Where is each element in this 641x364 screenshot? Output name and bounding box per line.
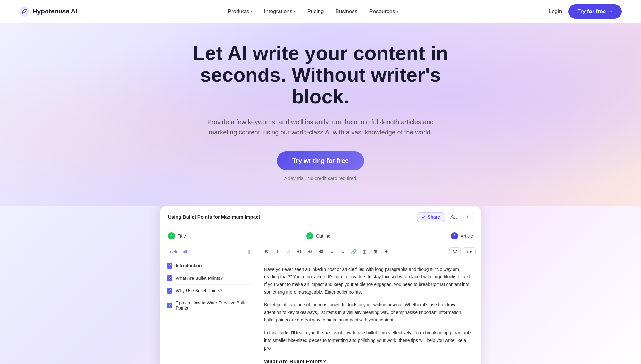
quote-button[interactable]: ◎ bbox=[360, 247, 369, 256]
logo-icon bbox=[19, 6, 29, 17]
toolbar-left: B I U H1 H2 H3 ≡ ≡ 🔗 ◎ ⊞ ✦ bbox=[262, 247, 391, 256]
editor-paragraph-2: Bullet points are one of the most powerf… bbox=[264, 301, 473, 324]
add-button[interactable]: + bbox=[462, 212, 473, 222]
chevron-down-icon: ▾ bbox=[396, 9, 398, 14]
step-done-icon: ✓ bbox=[168, 232, 175, 239]
svg-point-0 bbox=[19, 6, 29, 17]
nav-products[interactable]: Products ▾ bbox=[228, 8, 252, 15]
upload-icon: ↑ bbox=[467, 249, 469, 254]
logo-area[interactable]: Hypotenuse AI bbox=[19, 6, 77, 17]
app-header: Using Bullet Points for Maximum Impact ←… bbox=[160, 206, 481, 228]
expand-icon[interactable]: ⇅ bbox=[247, 249, 251, 255]
upload-button[interactable]: ↑ ▾ bbox=[463, 247, 476, 255]
special-button[interactable]: ✦ bbox=[381, 247, 391, 256]
brand-name: Hypotenuse AI bbox=[33, 8, 77, 15]
list-button[interactable]: ≡ bbox=[327, 247, 337, 256]
try-writing-button[interactable]: Try writing for free bbox=[277, 151, 364, 170]
share-icon: ⤢ bbox=[422, 214, 426, 220]
hero-subtitle: Provide a few keywords, and we'll instan… bbox=[196, 117, 445, 137]
link-button[interactable]: 🔗 bbox=[349, 247, 358, 256]
outline-item-introduction: ✓ Introduction bbox=[165, 260, 251, 272]
hero-title: Let AI write your content in seconds. Wi… bbox=[176, 42, 465, 108]
share-button[interactable]: ⤢ Share bbox=[417, 212, 445, 222]
hero-section: Let AI write your content in seconds. Wi… bbox=[0, 23, 641, 206]
step-line-1 bbox=[190, 236, 303, 236]
checkbox-why-use[interactable]: ✓ bbox=[167, 288, 172, 294]
editor-paragraph-1: Have you ever seen a LinkedIn post or ar… bbox=[264, 266, 473, 296]
step-article[interactable]: 3 Article bbox=[451, 232, 473, 239]
unselect-all-button[interactable]: Unselect all bbox=[165, 249, 187, 254]
left-panel: Unselect all ⇅ ✓ Introduction ✓ What Are… bbox=[160, 244, 256, 364]
right-panel: B I U H1 H2 H3 ≡ ≡ 🔗 ◎ ⊞ ✦ bbox=[256, 244, 481, 364]
nav-business[interactable]: Business bbox=[335, 8, 357, 15]
editor-heading: What Are Bullet Points? bbox=[264, 357, 473, 364]
hero-content: Let AI write your content in seconds. Wi… bbox=[176, 42, 465, 181]
checkbox-tips[interactable]: ✓ bbox=[167, 303, 172, 308]
bold-button[interactable]: B bbox=[262, 247, 271, 256]
nav-links: Products ▾ Integrations ▾ Pricing Busine… bbox=[228, 8, 398, 15]
outline-item-what-are: ✓ What Are Bullet Points? bbox=[165, 272, 251, 285]
step-title[interactable]: ✓ Title bbox=[168, 232, 186, 239]
h1-button[interactable]: H1 bbox=[294, 247, 304, 256]
editor-paragraph-3: In this guide, I'll teach you the basics… bbox=[264, 329, 473, 352]
outline-item-why-use: ✓ Why Use Bullet Points? bbox=[165, 285, 251, 297]
toolbar-right: 🛡 ↑ ▾ bbox=[449, 247, 476, 255]
outline-label-introduction: Introduction bbox=[176, 263, 202, 268]
app-preview-wrapper: Using Bullet Points for Maximum Impact ←… bbox=[0, 206, 641, 364]
login-button[interactable]: Login bbox=[549, 8, 562, 15]
chevron-down-icon: ▾ bbox=[251, 9, 253, 14]
outline-label-tips: Tips on How to Write Effective Bullet Po… bbox=[176, 300, 250, 311]
trial-note: 7-day trial. No credit card required. bbox=[176, 175, 465, 181]
outline-item-tips: ✓ Tips on How to Write Effective Bullet … bbox=[165, 297, 251, 314]
step-done-icon: ✓ bbox=[306, 232, 313, 239]
outline-label-why-use: Why Use Bullet Points? bbox=[176, 288, 222, 293]
step-line-2 bbox=[334, 236, 447, 236]
editor-toolbar: B I U H1 H2 H3 ≡ ≡ 🔗 ◎ ⊞ ✦ bbox=[256, 244, 481, 259]
ordered-list-button[interactable]: ≡ bbox=[338, 247, 347, 256]
h3-button[interactable]: H3 bbox=[316, 247, 326, 256]
underline-button[interactable]: U bbox=[283, 247, 293, 256]
italic-button[interactable]: I bbox=[272, 247, 282, 256]
nav-actions: Login Try for free → bbox=[549, 4, 622, 19]
app-body: Unselect all ⇅ ✓ Introduction ✓ What Are… bbox=[160, 244, 481, 364]
navbar: Hypotenuse AI Products ▾ Integrations ▾ … bbox=[0, 0, 641, 23]
try-free-nav-button[interactable]: Try for free → bbox=[568, 4, 622, 19]
shield-icon: 🛡 bbox=[453, 249, 457, 254]
panel-header: Unselect all ⇅ bbox=[165, 249, 251, 255]
shield-button[interactable]: 🛡 bbox=[449, 247, 461, 255]
editor-content[interactable]: Have you ever seen a LinkedIn post or ar… bbox=[256, 259, 481, 364]
translate-button[interactable]: Aa bbox=[448, 212, 459, 222]
nav-pricing[interactable]: Pricing bbox=[307, 8, 324, 15]
app-header-right: ← ⤢ Share Aa + bbox=[408, 212, 473, 222]
checkbox-introduction[interactable]: ✓ bbox=[167, 263, 172, 269]
nav-integrations[interactable]: Integrations ▾ bbox=[264, 8, 296, 15]
h2-button[interactable]: H2 bbox=[305, 247, 315, 256]
steps-bar: ✓ Title ✓ Outline 3 Article bbox=[160, 228, 481, 244]
app-preview: Using Bullet Points for Maximum Impact ←… bbox=[160, 206, 481, 364]
nav-resources[interactable]: Resources ▾ bbox=[369, 8, 398, 15]
image-button[interactable]: ⊞ bbox=[370, 247, 380, 256]
chevron-down-icon: ▾ bbox=[470, 249, 472, 254]
chevron-down-icon: ▾ bbox=[294, 9, 296, 14]
checkbox-what-are[interactable]: ✓ bbox=[167, 275, 172, 281]
back-button[interactable]: ← bbox=[408, 214, 414, 220]
step-active-icon: 3 bbox=[451, 232, 458, 239]
step-outline[interactable]: ✓ Outline bbox=[306, 232, 330, 239]
outline-label-what-are: What Are Bullet Points? bbox=[176, 276, 223, 281]
app-title: Using Bullet Points for Maximum Impact bbox=[168, 214, 260, 220]
